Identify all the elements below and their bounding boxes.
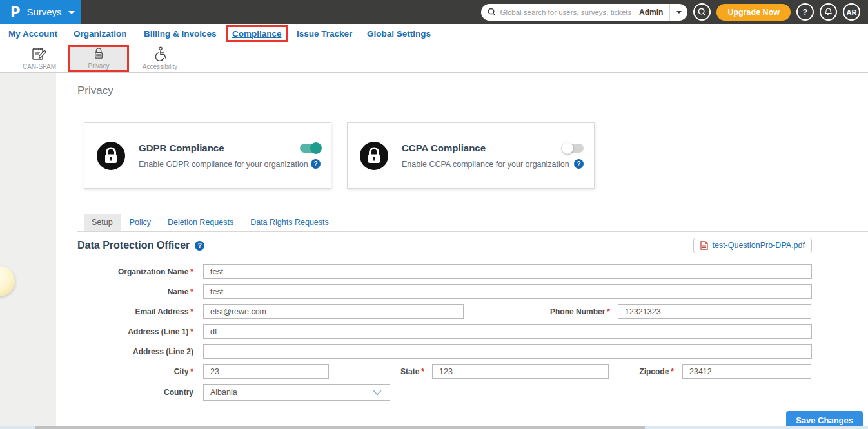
- product-switcher[interactable]: P Surveys: [0, 0, 81, 24]
- tab-deletion-requests[interactable]: Deletion Requests: [160, 214, 241, 231]
- organization-name-field[interactable]: [203, 264, 812, 279]
- chevron-down-icon: [68, 11, 75, 14]
- field-label: City: [174, 367, 189, 376]
- compliance-toolbar: CAN-SPAM Privacy Accessibility: [0, 44, 868, 73]
- nav-item-billing-invoices[interactable]: Billing & Invoices: [144, 24, 217, 44]
- toolbar-item-can-spam[interactable]: CAN-SPAM: [12, 45, 67, 72]
- can-spam-icon: [32, 47, 47, 61]
- nav-item-issue-tracker[interactable]: Issue Tracker: [297, 24, 352, 44]
- required-asterisk: *: [190, 367, 193, 376]
- required-asterisk: *: [607, 307, 610, 316]
- country-select[interactable]: Albania: [203, 384, 390, 401]
- nav-item-global-settings[interactable]: Global Settings: [367, 24, 431, 44]
- address-line1-field[interactable]: [203, 324, 812, 339]
- phone-number-field[interactable]: [618, 304, 811, 319]
- tab-policy[interactable]: Policy: [122, 214, 159, 231]
- gdpr-toggle[interactable]: [300, 144, 321, 153]
- ccpa-compliance-card: CCPA Compliance Enable CCPA compliance f…: [347, 122, 595, 189]
- save-changes-button[interactable]: Save Changes: [786, 411, 863, 426]
- horizontal-scrollbar-thumb[interactable]: [35, 426, 645, 429]
- card-description: Enable CCPA compliance for your organiza…: [402, 160, 569, 169]
- toolbar-item-privacy[interactable]: Privacy: [68, 45, 129, 72]
- search-scope-label: Admin: [633, 8, 669, 17]
- pdf-file-icon: [700, 241, 708, 250]
- card-description: Enable GDPR compliance for your organiza…: [139, 160, 308, 169]
- nav-item-organization[interactable]: Organization: [74, 24, 127, 44]
- form-row-address1: Address (Line 1)*: [77, 324, 868, 339]
- required-asterisk: *: [190, 307, 193, 316]
- form-row-country: Country Albania: [77, 384, 868, 401]
- global-search[interactable]: Admin: [481, 4, 687, 21]
- tab-setup[interactable]: Setup: [84, 214, 121, 231]
- field-label: Address (Line 1): [128, 327, 188, 336]
- city-field[interactable]: [203, 364, 329, 379]
- ccpa-help-icon[interactable]: ?: [574, 159, 584, 169]
- dpa-attachment-link[interactable]: test-QuestionPro-DPA.pdf: [693, 238, 812, 253]
- section-title: Data Protection Officer: [77, 240, 190, 251]
- search-button[interactable]: [693, 3, 711, 21]
- toolbar-item-label: CAN-SPAM: [23, 63, 56, 70]
- required-asterisk: *: [421, 367, 424, 376]
- search-icon: [698, 8, 706, 16]
- toolbar-item-label: Privacy: [88, 62, 110, 70]
- toolbar-item-accessibility[interactable]: Accessibility: [132, 45, 188, 72]
- gdpr-help-icon[interactable]: ?: [311, 159, 321, 169]
- field-label: Country: [164, 388, 193, 397]
- horizontal-scrollbar: [0, 426, 868, 429]
- chevron-down-icon: [373, 390, 382, 396]
- toolbar-item-label: Accessibility: [143, 63, 177, 70]
- country-selected-value: Albania: [210, 388, 237, 397]
- accessibility-icon: [152, 46, 168, 61]
- required-asterisk: *: [190, 287, 193, 296]
- lock-icon: [96, 141, 126, 171]
- search-input[interactable]: [500, 8, 633, 16]
- upgrade-now-button[interactable]: Upgrade Now: [716, 4, 791, 21]
- field-label: Zipcode: [639, 367, 669, 376]
- top-bar: P Surveys Admin Upgrade Now ? AR: [0, 0, 868, 24]
- dpo-help-icon[interactable]: ?: [195, 241, 204, 251]
- notifications-button[interactable]: [820, 3, 837, 21]
- help-button[interactable]: ?: [796, 3, 814, 21]
- field-label: Phone Number: [550, 307, 605, 316]
- email-field[interactable]: [203, 304, 464, 319]
- form-divider: [77, 406, 868, 406]
- field-label: Organization Name: [118, 267, 188, 276]
- privacy-tabs: Setup Policy Deletion Requests Data Righ…: [77, 214, 868, 232]
- content-panel: Privacy GDPR Compliance Enable GDPR comp…: [56, 73, 868, 426]
- field-label: State: [400, 367, 419, 376]
- gdpr-compliance-card: GDPR Compliance Enable GDPR compliance f…: [84, 122, 331, 189]
- privacy-lock-icon: [92, 47, 106, 61]
- dpo-form: Organization Name* Name* Email Address* …: [77, 264, 868, 401]
- state-field[interactable]: [432, 364, 609, 379]
- nav-item-compliance[interactable]: Compliance: [226, 25, 288, 42]
- form-row-address2: Address (Line 2): [77, 344, 868, 359]
- attachment-filename: test-QuestionPro-DPA.pdf: [712, 241, 805, 250]
- question-mark-icon: ?: [803, 8, 807, 17]
- form-row-email-phone: Email Address* Phone Number*: [77, 304, 868, 319]
- lock-icon: [359, 141, 389, 171]
- address-line2-field[interactable]: [203, 344, 812, 359]
- avatar-initials: AR: [847, 8, 857, 16]
- compliance-cards: GDPR Compliance Enable GDPR compliance f…: [77, 122, 868, 189]
- form-row-organization-name: Organization Name*: [77, 264, 868, 279]
- field-label: Email Address: [135, 307, 188, 316]
- name-field[interactable]: [203, 284, 812, 299]
- card-title: GDPR Compliance: [139, 142, 224, 153]
- feedback-widget-orb[interactable]: [0, 266, 15, 296]
- zipcode-field[interactable]: [682, 364, 811, 379]
- tab-data-rights-requests[interactable]: Data Rights Requests: [242, 214, 337, 231]
- bell-icon: [824, 8, 833, 16]
- ccpa-toggle[interactable]: [563, 144, 584, 153]
- topbar-actions: Admin Upgrade Now ? AR: [481, 3, 868, 21]
- search-icon: [488, 8, 496, 16]
- chevron-down-icon: [676, 11, 682, 14]
- form-row-city-state-zip: City* State* Zipcode*: [77, 364, 868, 379]
- card-title: CCPA Compliance: [402, 142, 486, 153]
- search-scope-dropdown[interactable]: [669, 4, 687, 21]
- field-label: Name: [168, 287, 189, 296]
- nav-item-my-account[interactable]: My Account: [8, 24, 57, 44]
- required-asterisk: *: [671, 367, 674, 376]
- field-label: Address (Line 2): [133, 347, 193, 356]
- required-asterisk: *: [190, 267, 193, 276]
- avatar[interactable]: AR: [843, 3, 860, 21]
